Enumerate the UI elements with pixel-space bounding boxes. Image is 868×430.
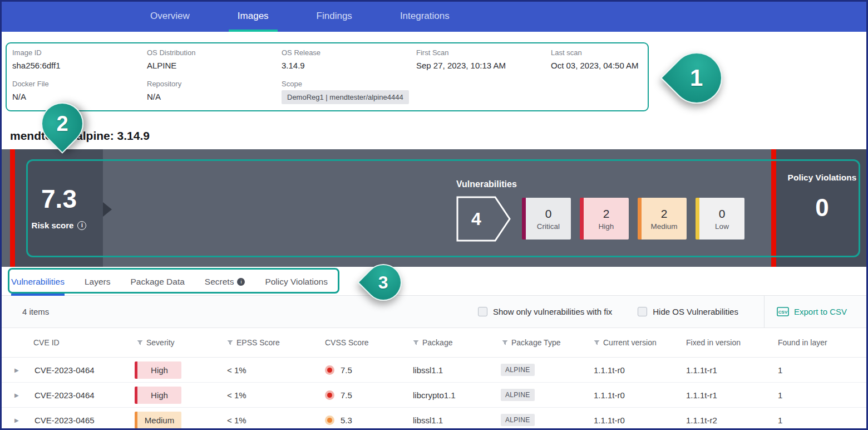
table-row[interactable]: ▶ CVE-2023-0464 High < 1% 7.5 libcrypto1… [0,383,868,408]
row-expand-caret-icon[interactable]: ▶ [0,392,31,398]
tab-label: Secrets [205,277,234,287]
package-cell: libssl1.1 [410,416,499,425]
meta-field-last-scan: Last scan Oct 03, 2023, 04:50 AM [551,48,648,70]
tab-layers[interactable]: Layers [85,268,111,295]
callout-number: 1 [690,65,703,91]
fix-filter-checkbox[interactable] [478,307,487,316]
current-version-cell: 1.1.1t-r0 [590,365,683,375]
table-body: ▶ CVE-2023-0464 High < 1% 7.5 libssl1.1 … [0,358,868,430]
image-meta-panel: Image ID sha256:6dff1 OS Distribution AL… [6,42,649,111]
column-label: Current version [603,338,657,347]
severity-badge: Medium [135,412,181,429]
low-count-chip: 0 Low [696,198,744,240]
filter-funnel-icon[interactable] [137,340,143,346]
meta-label: Image ID [12,48,147,57]
export-csv-label: Export to CSV [794,307,847,316]
column-header-cve-id[interactable]: CVE ID [31,338,134,347]
severity-label: Critical [537,222,560,231]
meta-label: Scope [282,80,416,88]
meta-label: OS Release [282,48,416,57]
column-label: CVE ID [33,338,60,347]
top-nav: Overview Images Findings Integrations [0,0,868,32]
nav-tab-overview[interactable]: Overview [142,0,198,32]
fixed-version-cell: 1.1.1t-r2 [683,416,775,425]
table-row[interactable]: ▶ CVE-2023-0465 Medium < 1% 5.3 libssl1.… [0,408,868,430]
cvss-score-cell: 5.3 [322,416,410,425]
column-header-severity[interactable]: Severity [134,338,224,347]
tab-secrets[interactable]: Secrets i [205,268,245,295]
csv-file-icon: CSV [777,307,789,316]
package-type-badge: ALPINE [501,389,535,401]
nav-tab-label: Findings [317,11,352,22]
table-toolbar: 4 items Show only vulnerabilities with f… [0,296,868,328]
column-label: Package Type [511,338,560,347]
cvss-score-cell: 7.5 [322,365,410,375]
meta-value: N/A [12,92,147,101]
export-csv-button[interactable]: CSV Export to CSV [764,296,868,328]
nav-tab-label: Integrations [400,11,450,22]
column-header-found-in-layer[interactable]: Found in layer [775,338,868,347]
column-header-package[interactable]: Package [410,338,499,347]
score-arrow-icon [103,202,112,217]
severity-count-chips: 0 Critical 2 High 2 Medium 0 Low [522,198,744,240]
fixed-version-cell: 1.1.1t-r1 [683,390,775,400]
meta-value: sha256:6dff1 [12,61,147,70]
tab-label: Vulnerabilities [11,277,65,287]
fixed-version-cell: 1.1.1t-r1 [683,365,775,375]
package-cell: libssl1.1 [410,365,499,375]
vulnerabilities-title: Vulnerabilities [456,179,517,189]
column-header-epss-score[interactable]: EPSS Score [224,338,322,347]
package-type-badge: ALPINE [501,364,535,376]
table-row[interactable]: ▶ CVE-2023-0464 High < 1% 7.5 libssl1.1 … [0,358,868,383]
nav-tab-label: Overview [150,11,190,22]
items-count: 4 items [22,307,49,316]
callout-number: 3 [378,272,388,292]
os-filter-checkbox[interactable] [638,307,647,316]
tab-package-data[interactable]: Package Data [130,268,184,295]
meta-field-os-distribution: OS Distribution ALPINE [147,48,282,70]
nav-tab-integrations[interactable]: Integrations [392,0,457,32]
current-version-cell: 1.1.1t-r0 [590,416,683,425]
nav-tab-images[interactable]: Images [230,0,277,32]
tab-vulnerabilities[interactable]: Vulnerabilities [11,268,65,295]
callout-number: 2 [56,112,68,136]
cvss-severity-dot-icon [325,416,334,425]
filter-funnel-icon[interactable] [413,340,419,346]
row-expand-caret-icon[interactable]: ▶ [0,367,31,373]
risk-score-value: 7.3 [41,186,77,212]
severity-count: 0 [545,207,552,221]
scope-chip: DemoReg1 | mendtester/alpine4444 [282,90,409,104]
filter-funnel-icon[interactable] [502,340,508,346]
column-header-cvss-score[interactable]: CVSS Score [322,338,410,347]
severity-label: High [599,222,614,231]
risk-banner: 7.3 Risk score i Critical 0% High 50% Me… [0,149,868,267]
table-header: CVE ID Severity EPSS Score CVSS Score Pa… [0,328,868,358]
column-header-current-version[interactable]: Current version [590,338,683,347]
row-expand-caret-icon[interactable]: ▶ [0,417,31,423]
meta-label: Docker File [12,80,147,88]
nav-tab-findings[interactable]: Findings [309,0,360,32]
info-circle-icon[interactable]: i [77,221,86,230]
cve-id-cell: CVE-2023-0464 [31,390,134,400]
tab-policy-violations[interactable]: Policy Violations [265,268,328,295]
risk-score-label-text: Risk score [32,221,74,230]
column-header-fixed-in-version[interactable]: Fixed in version [683,338,775,347]
cvss-value: 7.5 [341,365,352,375]
severity-label: Low [715,222,729,231]
meta-value: ALPINE [147,61,282,70]
tab-label: Package Data [130,277,184,287]
policy-violations-count: 0 [815,194,828,222]
meta-value: N/A [147,92,282,101]
filter-funnel-icon[interactable] [594,340,600,346]
found-in-layer-cell: 1 [775,416,868,425]
column-header-package-type[interactable]: Package Type [499,338,590,347]
found-in-layer-cell: 1 [775,365,868,375]
vulnerabilities-total-value: 4 [471,209,481,229]
filter-funnel-icon[interactable] [227,340,233,346]
package-type-badge: ALPINE [501,414,535,426]
epss-score-cell: < 1% [224,416,322,425]
critical-count-chip: 0 Critical [522,198,571,240]
info-icon[interactable]: i [237,278,245,286]
high-count-chip: 2 High [580,198,629,240]
tab-label: Layers [85,277,111,287]
